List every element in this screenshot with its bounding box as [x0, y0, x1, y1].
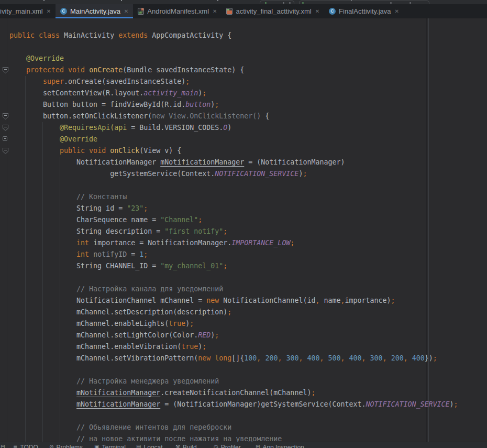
- code-line[interactable]: @RequiresApi(api = Build.VERSION_CODES.O…: [9, 122, 458, 134]
- fold-dash: [4, 150, 7, 150]
- device-icon: [302, 2, 304, 4]
- toolwindow-button-logcat[interactable]: ▤Logcat: [136, 444, 162, 448]
- toolwindow-button-problems[interactable]: ⊘Problems: [49, 444, 83, 448]
- code-line[interactable]: // Обьявление интентов для переброски: [9, 422, 458, 433]
- toolwindow-label: Profiler: [221, 444, 241, 448]
- tab-label: activity_final_acttivity.xml: [236, 7, 311, 15]
- toolbar-dot-icon: [390, 2, 392, 4]
- layout-icon: ⊟: [1, 444, 5, 448]
- todo-icon: ≡: [13, 444, 17, 448]
- file-corner: [141, 8, 143, 10]
- code-line[interactable]: public void onClick(View v) {: [9, 145, 458, 157]
- tab-FinalActtivity.java[interactable]: CFinalActtivity.java✕: [324, 4, 404, 18]
- android-manifest-icon: MF: [138, 8, 144, 15]
- close-icon[interactable]: ✕: [213, 8, 217, 14]
- code-line[interactable]: setContentView(R.layout.activity_main);: [9, 88, 458, 99]
- code-line[interactable]: [9, 41, 458, 53]
- tab-label: ivity_main.xml: [0, 7, 43, 15]
- run-icon: [265, 2, 267, 4]
- fold-marker-icon[interactable]: [3, 67, 8, 73]
- toolwindow-button-todo[interactable]: ≡TODO: [13, 444, 38, 448]
- fold-dash: [4, 138, 6, 139]
- tool-window-stripe-icon[interactable]: ⊟: [1, 444, 5, 448]
- java-class-icon: C: [329, 8, 336, 15]
- code-line[interactable]: mChannel.enableVibration(true);: [9, 341, 458, 353]
- code-line[interactable]: @Override: [9, 134, 458, 145]
- tab-activity_final_acttivity.xml[interactable]: activity_final_acttivity.xml✕: [222, 4, 324, 18]
- code-line[interactable]: mChannel.setDescription(description);: [9, 307, 458, 318]
- code-line[interactable]: // Настройка менеджера уведомлений: [9, 376, 458, 387]
- toolwindow-button-build[interactable]: ⚒Build: [175, 444, 197, 448]
- code-line[interactable]: int notifyID = 1;: [9, 249, 458, 260]
- code-line[interactable]: mNotificationManager = (NotificationMana…: [9, 399, 458, 410]
- fold-marker-icon[interactable]: [3, 136, 7, 141]
- layout-xml-icon: [226, 8, 233, 15]
- fold-marker-icon[interactable]: [3, 148, 8, 154]
- code-line[interactable]: NotificationManager mNotificationManager…: [9, 157, 458, 168]
- tab-label: FinalActtivity.java: [339, 7, 391, 15]
- tool-window-bar: ⊟ ≡TODO⊘Problems▣Terminal▤Logcat⚒Build◷P…: [0, 442, 487, 448]
- code-line[interactable]: mChannel.setVibrationPattern(new long[]{…: [9, 353, 458, 364]
- file-fill: [227, 10, 232, 14]
- code-line[interactable]: // на новое активити после нажатия на ув…: [9, 433, 458, 442]
- gutter-fold-line: [7, 18, 7, 442]
- code-line[interactable]: @Override: [9, 53, 458, 64]
- problems-icon: ⊘: [49, 444, 53, 448]
- tab-label: AndroidManifest.xml: [147, 7, 209, 15]
- code-line[interactable]: [9, 364, 458, 376]
- toolwindow-label: Logcat: [143, 444, 162, 448]
- code-line[interactable]: NotificationChannel mChannel = new Notif…: [9, 295, 458, 307]
- toolbar-icon-fragment: [121, 0, 122, 1]
- file-leaf: [227, 9, 229, 10]
- code-line[interactable]: getSystemService(Context.NOTIFICATION_SE…: [9, 168, 458, 180]
- manifest-badge: MF: [138, 11, 143, 15]
- close-icon[interactable]: ✕: [395, 8, 399, 14]
- code-line[interactable]: CharSequence name = "Channel";: [9, 214, 458, 226]
- toolwindow-label: Build: [183, 444, 197, 448]
- code-line[interactable]: [9, 410, 458, 422]
- code-line[interactable]: String CHANNEL_ID = "my_channel_01";: [9, 260, 458, 272]
- tab-AndroidManifest.xml[interactable]: MFAndroidManifest.xml✕: [133, 4, 222, 18]
- tab-label: MainActivity.java: [70, 7, 120, 15]
- code-line[interactable]: protected void onCreate(Bundle savedInst…: [9, 64, 458, 76]
- tab-bar: ivity_main.xml✕CMainActivity.java✕MFAndr…: [0, 4, 487, 18]
- profiler-icon: ◷: [214, 444, 218, 448]
- code-line[interactable]: public class MainActivity extends AppCom…: [9, 30, 458, 41]
- editor-pane[interactable]: public class MainActivity extends AppCom…: [0, 18, 487, 442]
- code-line[interactable]: mNotificationManager.createNotificationC…: [9, 387, 458, 399]
- toolwindow-label: Problems: [56, 444, 83, 448]
- fold-dash: [4, 69, 7, 70]
- code-line[interactable]: button.setOnClickListener(new View.OnCli…: [9, 111, 458, 122]
- close-icon[interactable]: ✕: [124, 8, 128, 14]
- fold-marker-icon[interactable]: [3, 113, 8, 119]
- code-line[interactable]: String description = "first notify";: [9, 226, 458, 237]
- code-line[interactable]: mChannel.setLightColor(Color.RED);: [9, 330, 458, 341]
- toolbar-dot-icon: [283, 2, 284, 4]
- code-line[interactable]: super.onCreate(savedInstanceState);: [9, 76, 458, 88]
- toolbar-dot-icon: [409, 2, 411, 4]
- code-line[interactable]: [9, 272, 458, 283]
- app-inspection-icon: ⊞: [256, 444, 260, 448]
- code-line[interactable]: Button button = findViewById(R.id.button…: [9, 99, 458, 111]
- toolwindow-button-terminal[interactable]: ▣Terminal: [94, 444, 126, 448]
- tab-MainActivity.java[interactable]: CMainActivity.java✕: [56, 4, 133, 18]
- java-class-icon: C: [60, 8, 67, 15]
- tab-ivity_main.xml[interactable]: ivity_main.xml✕: [0, 4, 56, 18]
- code-line[interactable]: String id = "23";: [9, 203, 458, 214]
- code-line[interactable]: // Константы: [9, 191, 458, 203]
- toolwindow-button-profiler[interactable]: ◷Profiler: [214, 444, 241, 448]
- toolwindow-button-app-inspection[interactable]: ⊞App Inspection: [256, 444, 304, 448]
- fold-dash: [4, 115, 7, 116]
- toolwindow-label: App Inspection: [262, 444, 304, 448]
- code-line[interactable]: int importance = NotificationManager.IMP…: [9, 237, 458, 249]
- code-line[interactable]: mChannel.enableLights(true);: [9, 318, 458, 330]
- code-line[interactable]: // Настройка канала для уведомлений: [9, 283, 458, 295]
- fold-marker-icon[interactable]: [3, 125, 8, 131]
- toolwindow-label: TODO: [20, 444, 38, 448]
- code-line[interactable]: [9, 180, 458, 191]
- build-icon: ⚒: [175, 444, 180, 448]
- close-icon[interactable]: ✕: [47, 8, 51, 14]
- code-area[interactable]: public class MainActivity extends AppCom…: [9, 30, 458, 442]
- close-icon[interactable]: ✕: [315, 8, 319, 14]
- toolbar-icon-fragment: [217, 0, 218, 1]
